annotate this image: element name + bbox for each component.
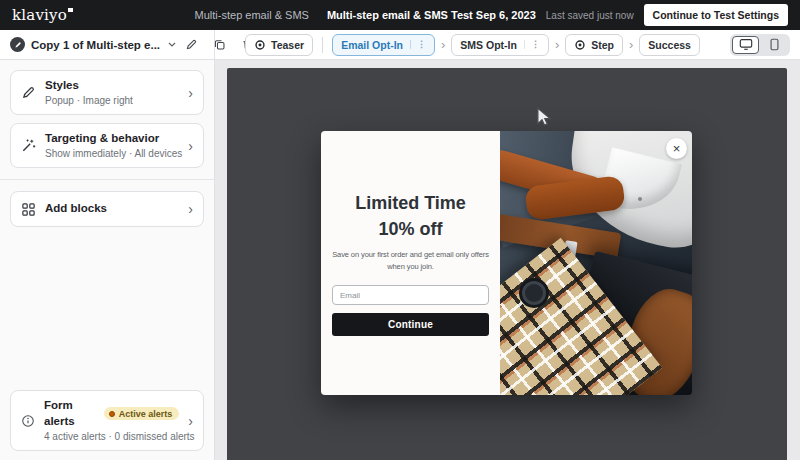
preview-canvas: Limited Time 10% off Save on your first …	[215, 60, 800, 460]
chevron-right-icon: ›	[629, 38, 633, 51]
gear-icon	[254, 39, 266, 51]
form-alerts-subtitle: 4 active alerts · 0 dismissed alerts	[44, 430, 179, 444]
desktop-view-button[interactable]	[732, 36, 759, 54]
targeting-subtitle: Show immediately · All devices	[45, 147, 179, 161]
page-title: Multi-step email & SMS Test Sep 6, 2023	[327, 9, 536, 21]
step-add-step[interactable]: Step	[565, 34, 623, 56]
chevron-right-icon: ›	[555, 38, 559, 51]
step-label: Email Opt-In	[341, 39, 403, 51]
targeting-card-text: Targeting & behavior Show immediately · …	[45, 131, 179, 160]
popup-headline[interactable]: Limited Time 10% off	[355, 190, 466, 242]
step-label: SMS Opt-In	[460, 39, 517, 51]
kebab-menu-icon[interactable]: ⋮	[524, 40, 540, 49]
chevron-right-icon: ›	[188, 86, 193, 100]
active-alerts-badge-label: Active alerts	[119, 409, 173, 419]
form-name-section: Copy 1 of Multi-step e...	[0, 30, 215, 59]
step-label: Teaser	[271, 39, 304, 51]
kebab-menu-icon[interactable]: ⋮	[410, 40, 426, 49]
continue-to-test-settings-button[interactable]: Continue to Test Settings	[644, 4, 788, 26]
form-status-icon	[10, 37, 25, 52]
pencil-icon	[185, 38, 198, 51]
step-label: Step	[591, 39, 614, 51]
step-success[interactable]: Success	[639, 34, 700, 56]
form-alerts-title: Form alerts	[44, 398, 98, 429]
chevron-right-icon: ›	[188, 139, 193, 153]
step-nav: Teaser Email Opt-In ⋮ › SMS Opt-In ⋮ › S…	[215, 30, 730, 59]
wristwatch	[522, 281, 546, 305]
add-blocks-title: Add blocks	[45, 201, 179, 217]
mobile-view-button[interactable]	[761, 36, 788, 54]
add-blocks-card-text: Add blocks	[45, 201, 179, 217]
device-preview-section	[730, 30, 800, 59]
targeting-behavior-card[interactable]: Targeting & behavior Show immediately · …	[10, 123, 204, 168]
device-toggle	[730, 34, 790, 56]
close-icon: ×	[673, 142, 681, 155]
headline-line-1: Limited Time	[355, 190, 466, 216]
email-input[interactable]	[332, 285, 489, 305]
form-name-dropdown-button[interactable]	[166, 40, 178, 49]
step-teaser[interactable]: Teaser	[245, 34, 313, 56]
divider	[322, 37, 323, 53]
editor-sidebar: Styles Popup · Image right › Targeting &…	[0, 60, 215, 460]
top-bar: klaviyo Multi-step email & SMS Multi-ste…	[0, 0, 800, 30]
chevron-down-icon	[168, 42, 176, 47]
form-alerts-card[interactable]: Form alerts Active alerts 4 active alert…	[10, 390, 204, 451]
targeting-title: Targeting & behavior	[45, 131, 179, 147]
popup-content-pane: Limited Time 10% off Save on your first …	[321, 131, 500, 395]
save-status: Last saved just now	[546, 10, 634, 21]
step-email-opt-in[interactable]: Email Opt-In ⋮	[332, 34, 435, 56]
popup-close-button[interactable]: ×	[666, 138, 687, 159]
step-sms-opt-in[interactable]: SMS Opt-In ⋮	[451, 34, 549, 56]
gear-icon	[574, 39, 586, 51]
klaviyo-logo: klaviyo	[12, 6, 73, 24]
form-alerts-card-text: Form alerts Active alerts 4 active alert…	[44, 398, 179, 443]
logo-flag-icon	[68, 8, 73, 12]
form-name[interactable]: Copy 1 of Multi-step e...	[31, 39, 160, 51]
styles-card[interactable]: Styles Popup · Image right ›	[10, 70, 204, 115]
breadcrumb-flow-name[interactable]: Multi-step email & SMS	[195, 9, 309, 21]
step-label: Success	[648, 39, 691, 51]
popup-image[interactable]	[500, 131, 692, 395]
preview-stage: Limited Time 10% off Save on your first …	[227, 68, 787, 460]
popup-body-text[interactable]: Save on your first order and get email o…	[332, 249, 489, 273]
editor-toolbar: Copy 1 of Multi-step e... Teaser Email O…	[0, 30, 800, 60]
continue-button[interactable]: Continue	[332, 313, 489, 336]
blocks-grid-icon	[21, 202, 36, 217]
info-icon	[21, 414, 35, 428]
chevron-right-icon: ›	[188, 414, 193, 428]
alert-dot-icon	[109, 411, 115, 417]
styles-title: Styles	[45, 78, 179, 94]
phone-icon	[770, 38, 779, 51]
chevron-right-icon: ›	[441, 38, 445, 51]
popup-form[interactable]: Limited Time 10% off Save on your first …	[321, 131, 692, 395]
edit-form-button[interactable]	[184, 37, 199, 52]
active-alerts-badge: Active alerts	[104, 407, 180, 420]
shirt-button	[638, 197, 642, 201]
sidebar-spacer	[10, 235, 204, 390]
logo-wordmark: klaviyo	[12, 6, 67, 24]
monitor-icon	[739, 38, 753, 51]
chevron-right-icon: ›	[188, 202, 193, 216]
pen-icon	[21, 85, 36, 100]
headline-line-2: 10% off	[355, 216, 466, 242]
styles-subtitle: Popup · Image right	[45, 94, 179, 108]
styles-card-text: Styles Popup · Image right	[45, 78, 179, 107]
magic-wand-icon	[21, 138, 36, 153]
sidebar-divider	[0, 179, 214, 180]
add-blocks-card[interactable]: Add blocks ›	[10, 191, 204, 227]
